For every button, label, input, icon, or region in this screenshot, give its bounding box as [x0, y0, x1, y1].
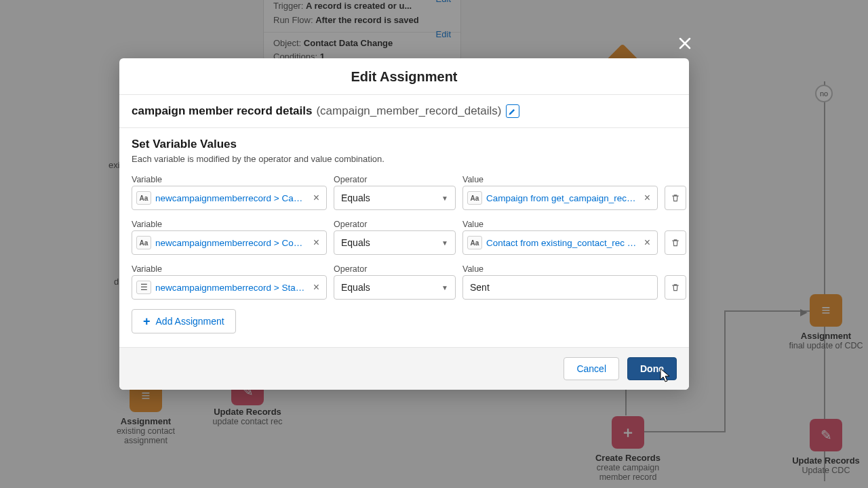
edit-assignment-modal: Edit Assignment campaign member record d…: [119, 58, 689, 390]
operator-select[interactable]: Equals ▼: [334, 230, 456, 255]
assignment-row: Variable ☰ newcampaignmemberrecord > Sta…: [132, 264, 677, 300]
chevron-down-icon: ▼: [441, 284, 448, 291]
value-input[interactable]: Aa Campaign from get_campaign_recor... ×: [462, 186, 658, 210]
operator-label: Operator: [334, 264, 456, 274]
element-api-name: (campaign_member_record_details): [316, 104, 501, 118]
text-type-icon: Aa: [467, 236, 482, 249]
clear-icon[interactable]: ×: [311, 281, 322, 293]
text-type-icon: Aa: [136, 236, 151, 249]
cancel-button[interactable]: Cancel: [564, 357, 619, 380]
edit-name-button[interactable]: [506, 104, 519, 118]
operator-label: Operator: [334, 220, 456, 229]
modal-title: Edit Assignment: [119, 58, 689, 95]
value-value: Sent: [470, 282, 490, 293]
section-title: Set Variable Values: [132, 138, 677, 151]
text-type-icon: Aa: [136, 191, 151, 205]
assignment-row: Variable Aa newcampaignmemberrecord > Ca…: [132, 175, 677, 210]
delete-row-button[interactable]: [665, 275, 686, 300]
chevron-down-icon: ▼: [441, 195, 448, 202]
value-label: Value: [462, 220, 658, 229]
add-assignment-label: Add Assignment: [156, 316, 224, 327]
variable-input[interactable]: Aa newcampaignmemberrecord > Cam... ×: [132, 186, 327, 210]
variable-input[interactable]: Aa newcampaignmemberrecord > Cont... ×: [132, 230, 327, 255]
value-value: Contact from existing_contact_rec > ...: [486, 238, 637, 248]
plus-icon: +: [143, 314, 151, 329]
assignment-row: Variable Aa newcampaignmemberrecord > Co…: [132, 220, 677, 255]
operator-value: Equals: [341, 192, 370, 203]
element-display-name: campaign member record details: [132, 104, 312, 118]
variable-value: newcampaignmemberrecord > Status: [155, 283, 307, 293]
clear-icon[interactable]: ×: [311, 237, 322, 249]
modal-footer: Cancel Done: [119, 347, 689, 390]
chevron-down-icon: ▼: [441, 239, 448, 247]
operator-value: Equals: [341, 237, 370, 248]
clear-icon[interactable]: ×: [642, 237, 653, 249]
variable-label: Variable: [132, 220, 327, 229]
value-label: Value: [462, 175, 658, 184]
operator-select[interactable]: Equals ▼: [334, 275, 456, 300]
variable-input[interactable]: ☰ newcampaignmemberrecord > Status ×: [132, 275, 327, 300]
done-button[interactable]: Done: [627, 357, 677, 380]
variable-value: newcampaignmemberrecord > Cont...: [155, 238, 307, 248]
operator-value: Equals: [341, 282, 370, 293]
clear-icon[interactable]: ×: [642, 192, 653, 204]
modal-body: Set Variable Values Each variable is mod…: [119, 128, 689, 347]
clear-icon[interactable]: ×: [311, 192, 322, 204]
add-assignment-button[interactable]: + Add Assignment: [132, 309, 236, 333]
close-icon[interactable]: [677, 35, 693, 52]
operator-label: Operator: [334, 175, 456, 184]
element-name-row: campaign member record details (campaign…: [119, 95, 689, 128]
variable-value: newcampaignmemberrecord > Cam...: [155, 193, 307, 203]
variable-label: Variable: [132, 264, 327, 274]
value-label: Value: [462, 264, 658, 274]
delete-row-button[interactable]: [665, 230, 686, 255]
operator-select[interactable]: Equals ▼: [334, 186, 456, 210]
variable-label: Variable: [132, 175, 327, 184]
value-value: Campaign from get_campaign_recor...: [486, 193, 637, 203]
picklist-type-icon: ☰: [136, 281, 151, 294]
text-type-icon: Aa: [467, 191, 482, 205]
section-subtitle: Each variable is modified by the operato…: [132, 154, 677, 164]
value-input[interactable]: Sent: [462, 275, 658, 300]
value-input[interactable]: Aa Contact from existing_contact_rec > .…: [462, 230, 658, 255]
delete-row-button[interactable]: [665, 186, 686, 210]
